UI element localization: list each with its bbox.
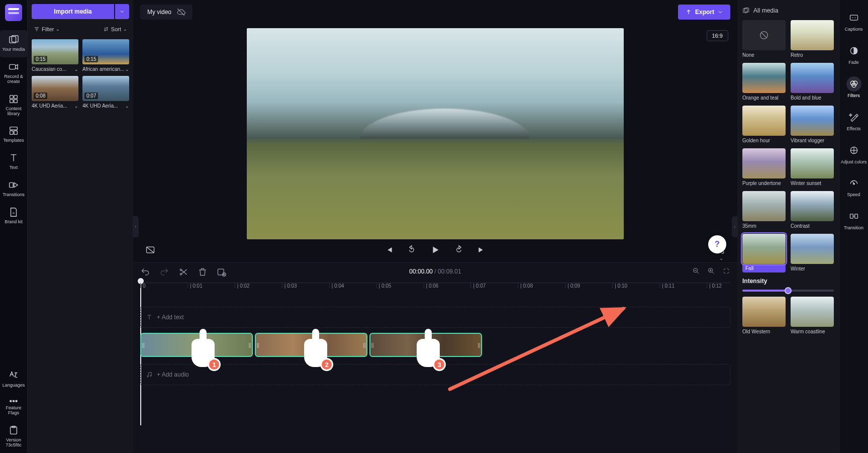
filter-35mm[interactable]: 35mm [742, 191, 786, 229]
nav-label: Your media [0, 47, 27, 52]
nav-content-library[interactable]: Content library [0, 89, 27, 122]
rs-filters[interactable]: Filters [839, 71, 868, 105]
slider-handle[interactable] [785, 287, 792, 294]
zoom-fit-button[interactable] [722, 267, 730, 277]
skip-forward-button[interactable] [477, 245, 487, 255]
nav-feature-flags[interactable]: ••• Feature Flags [0, 393, 27, 421]
collapse-left-panel[interactable]: ‹ [133, 216, 139, 237]
chevron-down-icon: ⌄ [56, 27, 60, 32]
undo-button[interactable] [140, 267, 150, 279]
clip-handle-left[interactable] [256, 334, 260, 356]
ruler-tick: | 0:12 [707, 283, 722, 288]
split-button[interactable] [178, 267, 188, 279]
collapse-right-panel[interactable]: › [732, 216, 738, 237]
svg-rect-7 [10, 127, 18, 130]
filter-thumbnail [791, 106, 834, 136]
filter-name: Vibrant vlogger [791, 136, 834, 143]
media-item[interactable]: 0:15 African american...⌄ [82, 39, 129, 72]
timeline-clip[interactable] [369, 333, 482, 357]
chevron-down-icon[interactable]: ⌄ [125, 67, 129, 72]
filter-warm-coastline[interactable]: Warm coastline [791, 297, 834, 334]
aspect-ratio-button[interactable]: 16:9 [707, 30, 728, 41]
clip-handle-right[interactable] [477, 334, 481, 356]
filter-thumbnail [791, 234, 834, 264]
filter-contrast[interactable]: Contrast [791, 191, 834, 229]
chevron-down-icon[interactable]: ⌄ [125, 104, 129, 109]
import-media-dropdown[interactable] [115, 4, 129, 19]
filter-name: Winter [791, 264, 834, 271]
import-media-button[interactable]: Import media [32, 4, 114, 19]
timeline-clip[interactable] [140, 333, 253, 357]
filter-label: Filter [42, 26, 54, 32]
video-title[interactable]: My video [147, 9, 171, 16]
chevron-down-icon [717, 9, 723, 15]
play-button[interactable] [430, 244, 441, 255]
delete-button[interactable] [198, 267, 208, 279]
filter-vibrant-vlogger[interactable]: Vibrant vlogger [791, 106, 834, 143]
right-sidebar: Captions Fade Filters Effects Adjust col… [839, 0, 868, 453]
music-icon [146, 371, 153, 378]
nav-your-media[interactable]: Your media [0, 30, 27, 57]
nav-brand-kit[interactable]: Brand kit [0, 203, 27, 230]
forward-button[interactable] [454, 245, 464, 255]
timeline-ruler[interactable]: 0 | 0:01 | 0:02 | 0:03 | 0:04 | 0:05 | 0… [140, 283, 730, 295]
safe-zone-icon[interactable] [145, 245, 155, 255]
filter-winter[interactable]: Winter [791, 234, 834, 273]
rewind-button[interactable] [407, 245, 417, 255]
rs-captions[interactable]: Captions [839, 5, 868, 38]
filter-golden-hour[interactable]: Golden hour [742, 106, 786, 143]
filter-fall[interactable]: Fall [742, 234, 786, 273]
clip-handle-left[interactable] [141, 334, 145, 356]
redo-button[interactable] [159, 267, 169, 279]
clip-handle-right[interactable] [362, 334, 366, 356]
media-name: Caucasian co... [32, 66, 66, 72]
timeline-clip[interactable] [255, 333, 367, 357]
chevron-down-icon[interactable]: ⌄ [74, 104, 78, 109]
cloud-off-icon[interactable] [176, 8, 185, 17]
filter-orange-teal[interactable]: Orange and teal [742, 63, 786, 101]
filter-winter-sunset[interactable]: Winter sunset [791, 148, 834, 186]
chevron-down-icon[interactable]: ⌄ [74, 67, 78, 72]
nav-languages[interactable]: Languages [0, 366, 27, 393]
sort-dropdown[interactable]: Sort ⌄ [103, 26, 127, 32]
zoom-in-button[interactable] [707, 267, 715, 277]
skip-back-button[interactable] [383, 245, 394, 255]
intensity-slider[interactable] [742, 290, 834, 292]
video-preview[interactable] [247, 28, 624, 239]
rs-effects[interactable]: Effects [839, 105, 868, 138]
filter-purple-undertone[interactable]: Purple undertone [742, 148, 786, 186]
media-item[interactable]: 0:07 4K UHD Aeria...⌄ [82, 76, 129, 109]
media-item[interactable]: 0:08 4K UHD Aeria...⌄ [32, 76, 78, 109]
nav-text[interactable]: Text [0, 148, 27, 175]
help-button[interactable]: ? [708, 235, 726, 253]
filter-old-western[interactable]: Old Western [742, 297, 786, 334]
audio-track[interactable]: + Add audio [140, 364, 730, 385]
clip-handle-right[interactable] [248, 334, 252, 356]
clip-handle-left[interactable] [370, 334, 374, 356]
rs-speed[interactable]: Speed [839, 170, 868, 204]
expand-panel-down[interactable]: ⌄ [719, 255, 723, 261]
filter-name: Bold and blue [791, 93, 834, 101]
svg-rect-23 [850, 15, 857, 20]
nav-transitions[interactable]: Transitions [0, 175, 27, 203]
add-media-button[interactable] [217, 267, 227, 279]
rs-fade[interactable]: Fade [839, 38, 868, 71]
text-track[interactable]: + Add text [140, 307, 730, 328]
nav-templates[interactable]: Templates [0, 121, 27, 148]
filter-dropdown[interactable]: Filter ⌄ [34, 26, 60, 32]
filter-bold-blue[interactable]: Bold and blue [791, 63, 834, 101]
nav-version[interactable]: Version 73c5f8c [0, 421, 27, 453]
rs-adjust-colors[interactable]: Adjust colors [839, 138, 868, 171]
nav-record-create[interactable]: Record & create [0, 57, 27, 89]
filter-none[interactable]: None [742, 20, 786, 58]
media-item[interactable]: 0:15 Caucasian co...⌄ [32, 39, 78, 72]
nav-label: Brand kit [0, 220, 27, 225]
filters-icon [849, 79, 859, 89]
zoom-out-button[interactable] [692, 267, 700, 277]
nav-label: Record & create [0, 74, 27, 84]
filter-retro[interactable]: Retro [791, 20, 834, 58]
rs-transition[interactable]: Transition [839, 204, 868, 237]
export-button[interactable]: Export [678, 5, 730, 20]
svg-rect-31 [854, 214, 857, 218]
media-name: 4K UHD Aeria... [82, 103, 118, 109]
